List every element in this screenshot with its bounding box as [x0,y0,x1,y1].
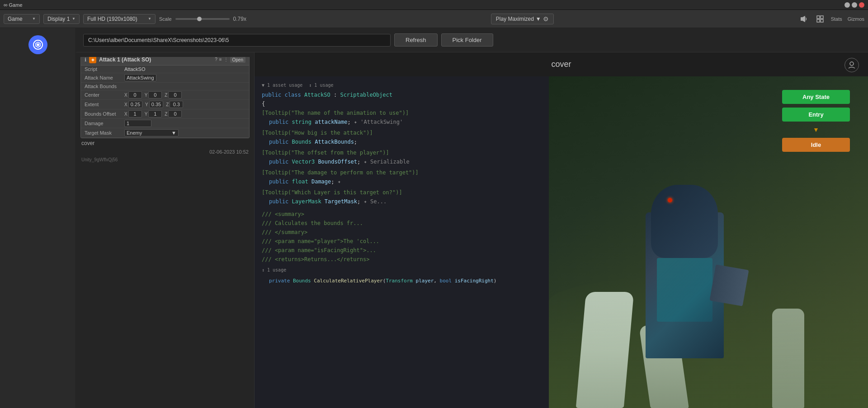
bounds-coords: X 1 Y 1 Z [124,110,182,117]
resolution-arrow: ▼ [148,17,151,21]
window-controls [844,2,864,8]
user-icon-area [844,58,859,72]
play-maximized-arrow: ▼ [536,16,541,22]
inspector-center-row: Center X 0 Y 0 [81,90,249,100]
path-input[interactable] [83,34,391,47]
inspector-more-icon[interactable]: ⋮ [224,57,228,63]
target-mask-value: Enemy [127,130,142,136]
svg-rect-5 [821,19,823,22]
thumb-datetime: 02-06-2023 10:52 [80,148,250,156]
bounds-z[interactable]: 0 [168,110,182,117]
refresh-button[interactable]: Refresh [394,33,438,47]
layout-icon-btn[interactable] [815,14,826,24]
bounds-x[interactable]: 1 [128,110,142,117]
toolbar-right: Stats Gizmos [798,14,864,24]
bounds-y-group: Y 1 [145,110,162,117]
gizmos-label[interactable]: Gizmos [848,16,864,22]
resolution-dropdown[interactable]: Full HD (1920x1080) ▼ [83,14,156,24]
gallery-area: public class AttackSO : ScriptableObject… [76,52,868,408]
svg-rect-3 [821,16,823,19]
close-btn[interactable] [859,2,864,8]
damage-value[interactable]: 1 [124,120,151,127]
game-dropdown[interactable]: Game ▼ [4,14,40,24]
scale-slider[interactable] [175,18,230,20]
bounds-x-group: X 1 [124,110,142,117]
center-y[interactable]: 0 [148,91,162,98]
svg-point-7 [37,43,39,46]
any-state-box: Any State [782,90,850,104]
thumb-preview: public class AttackSO : ScriptableObject… [80,57,250,138]
play-maximized-label: Play Maximized [496,16,534,22]
main-layout: Refresh Pick Folder public class AttackS… [0,28,868,408]
code-usage-1: ▼ 1 asset usage [262,83,302,88]
resolution-label: Full HD (1920x1080) [87,16,137,22]
extent-x[interactable]: 0.25 [128,101,142,108]
attack-name-label: Attack Name [85,75,121,80]
path-bar: Refresh Pick Folder [76,28,868,52]
script-label: Script [85,66,121,72]
thumb-label: cover [80,138,250,148]
maximize-btn[interactable] [852,2,857,8]
inspector-help-icon[interactable]: ? [215,57,217,63]
game-arrow: ▼ [32,17,36,21]
inspector-damage-row: Damage 1 [81,119,249,128]
scale-thumb [197,17,202,21]
audio-icon-btn[interactable] [798,14,809,24]
inspector-extent-row: Extent X 0.25 Y 0.35 [81,100,249,109]
pick-folder-button[interactable]: Pick Folder [441,33,493,47]
entry-state-box: Entry [782,108,850,122]
inspector-panel-thumb: ℹ ◈ Attack 1 (Attack SO) ? ≡ ⋮ Open [80,57,250,138]
user-icon-btn[interactable] [844,58,859,72]
center-x-group: X 0 [124,91,142,98]
app-logo[interactable] [28,35,47,54]
bounds-y[interactable]: 1 [148,110,162,117]
attack-name-value[interactable]: AttackSwing [124,74,156,81]
menu-game-label: Game [9,2,23,8]
target-mask-dropdown[interactable]: Enemy ▼ [124,129,179,136]
preview-code-panel: ▼ 1 asset usage ↕ 1 usage public class A… [255,76,574,408]
inspector-settings-icon[interactable]: ≡ [219,57,222,63]
inspector-so-icon: ◈ [89,57,96,63]
svg-rect-0 [801,17,802,21]
preview-panel: cover ▼ 1 asset usage ↕ 1 usage public c… [255,52,868,408]
extent-x-group: X 0.25 [124,101,142,108]
extent-z[interactable]: 0.3 [170,101,183,108]
open-button[interactable]: Open [230,57,245,63]
state-arrow: ▼ [811,125,821,134]
extent-z-group: Z 0.3 [166,101,183,108]
inspector-boundsoffset-row: Bounds Offset X 1 Y 1 [81,109,249,119]
bounds-z-group: Z 0 [165,110,182,117]
unity-toolbar: Game ▼ Display 1 ▼ Full HD (1920x1080) ▼… [0,10,868,28]
damage-label: Damage [85,121,121,126]
extent-coords: X 0.25 Y 0.35 Z [124,101,183,108]
stats-label[interactable]: Stats [831,16,842,22]
display-dropdown[interactable]: Display 1 ▼ [43,14,80,24]
preview-image: ▼ 1 asset usage ↕ 1 usage public class A… [255,76,868,408]
gallery-thumbnails: public class AttackSO : ScriptableObject… [76,52,255,408]
center-z[interactable]: 0 [168,91,182,98]
preview-label: cover [544,52,578,76]
center-y-group: Y 0 [145,91,162,98]
menu-bar: ∞ Game [0,0,868,10]
thumbnail-item[interactable]: public class AttackSO : ScriptableObject… [80,56,250,165]
left-sidebar [0,28,76,408]
center-coords: X 0 Y 0 Z [124,91,182,98]
idle-state-box: Idle [782,138,850,152]
svg-marker-1 [802,16,805,22]
center-z-group: Z 0 [165,91,182,98]
script-value: AttackSO [124,66,145,72]
extent-y-group: Y 0.35 [145,101,163,108]
inspector-targetmask-row: Target Mask Enemy ▼ [81,128,249,138]
center-x[interactable]: 0 [128,91,142,98]
extent-y[interactable]: 0.35 [149,101,163,108]
dropdown-arrow: ▼ [171,130,176,136]
svg-rect-2 [817,16,820,19]
minimize-btn[interactable] [844,2,850,8]
content-area: Refresh Pick Folder public class AttackS… [76,28,868,408]
scale-value: 0.79x [233,16,246,22]
play-maximized-btn[interactable]: Play Maximized ▼ ⚙ [491,14,554,24]
extent-label: Extent [85,102,121,107]
preview-game-panel: Any State Entry ▼ Idle [549,76,868,408]
menu-game[interactable]: ∞ Game [4,2,23,8]
game-label: Game [8,16,23,22]
